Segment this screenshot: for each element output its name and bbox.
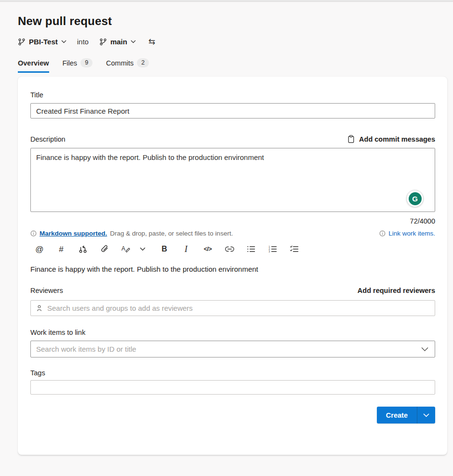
character-counter: 72/4000 [30, 217, 435, 225]
files-hint-text: Drag & drop, paste, or select files to i… [110, 230, 233, 237]
files-count-badge: 9 [80, 58, 93, 67]
format-dropdown-chevron-icon[interactable] [137, 244, 148, 254]
mention-icon[interactable]: @ [34, 244, 45, 254]
chevron-down-icon [61, 40, 67, 43]
grammarly-icon[interactable]: G [406, 190, 424, 207]
source-branch-selector[interactable]: PBI-Test [18, 38, 67, 46]
reviewers-search-input[interactable] [30, 300, 435, 316]
page-header: New pull request PBI-Test into main ⇆ Ov… [0, 2, 453, 73]
link-icon[interactable] [224, 244, 235, 254]
swap-branches-icon[interactable]: ⇆ [148, 37, 155, 47]
formatting-toolbar: @ # A B I </> [34, 244, 435, 254]
commits-count-badge: 2 [137, 58, 149, 67]
tab-overview[interactable]: Overview [18, 59, 49, 73]
clipboard-icon [347, 135, 355, 143]
git-branch-icon [18, 38, 26, 46]
page-title: New pull request [18, 14, 447, 28]
bold-icon[interactable]: B [159, 244, 170, 254]
description-label: Description [30, 135, 66, 143]
tab-label: Overview [18, 59, 49, 67]
add-required-reviewers-button[interactable]: Add required reviewers [358, 287, 435, 294]
work-items-label: Work items to link [30, 329, 435, 336]
into-label: into [77, 38, 89, 46]
description-preview-text: Finance is happy with the report. Publis… [30, 265, 435, 273]
target-branch-name: main [110, 38, 127, 46]
attachment-icon[interactable] [99, 244, 110, 254]
markdown-supported-link[interactable]: Markdown supported. [40, 230, 107, 237]
person-icon [36, 304, 43, 312]
code-icon[interactable]: </> [202, 244, 213, 254]
tags-label: Tags [30, 369, 435, 377]
text-format-icon[interactable]: A [121, 244, 132, 254]
link-work-items-link[interactable]: Link work items. [388, 230, 435, 237]
chevron-down-icon [423, 413, 429, 417]
title-label: Title [30, 91, 435, 99]
reviewers-label: Reviewers [30, 287, 63, 294]
add-commit-messages-button[interactable]: Add commit messages [347, 135, 435, 143]
create-options-dropdown[interactable] [417, 407, 435, 423]
title-input[interactable] [30, 103, 435, 119]
pull-request-form-card: Title Description Add commit messages Fi… [18, 77, 447, 455]
svg-text:A: A [121, 245, 125, 252]
chevron-down-icon [131, 40, 136, 43]
work-item-hashtag-icon[interactable]: # [56, 244, 67, 254]
pull-request-icon[interactable] [78, 244, 88, 254]
tags-input[interactable] [30, 380, 435, 395]
info-icon [30, 230, 37, 237]
tab-label: Commits [106, 59, 133, 67]
create-button[interactable]: Create [377, 407, 417, 423]
source-branch-name: PBI-Test [29, 38, 58, 46]
tab-label: Files [63, 59, 78, 67]
target-branch-selector[interactable]: main [99, 38, 136, 46]
bulleted-list-icon[interactable] [246, 244, 256, 254]
create-split-button: Create [377, 407, 435, 423]
git-branch-icon [99, 38, 107, 46]
info-icon [379, 230, 386, 237]
svg-text:3: 3 [269, 251, 270, 253]
chevron-down-icon[interactable] [421, 347, 428, 351]
italic-icon[interactable]: I [181, 244, 191, 254]
checklist-icon[interactable] [289, 244, 300, 254]
numbered-list-icon[interactable]: 1 2 3 [267, 244, 278, 254]
tab-files[interactable]: Files 9 [63, 58, 93, 73]
description-textarea[interactable]: Finance is happy with the report. Publis… [30, 148, 435, 212]
tab-bar: Overview Files 9 Commits 2 [18, 58, 447, 73]
work-items-search-input[interactable] [30, 341, 435, 357]
branch-bar: PBI-Test into main ⇆ [18, 37, 447, 47]
tab-commits[interactable]: Commits 2 [106, 58, 149, 73]
